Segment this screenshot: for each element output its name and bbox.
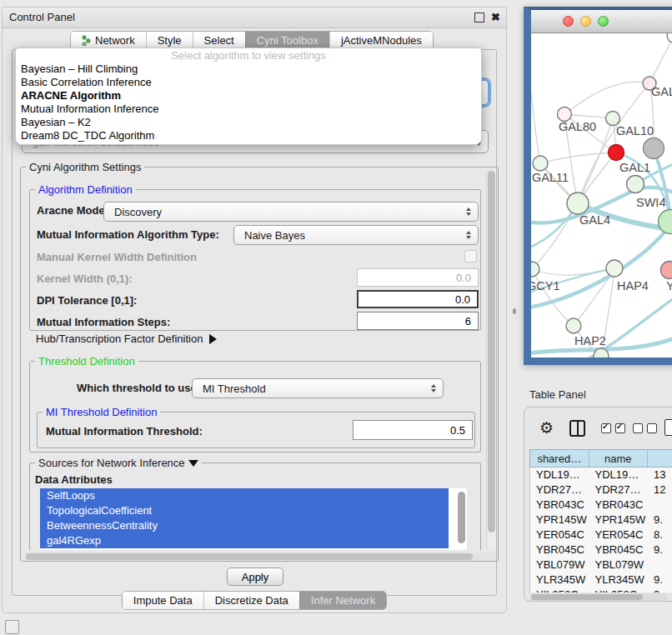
network-node-gcy1[interactable]	[531, 262, 539, 277]
node-label: SWI4	[636, 196, 665, 209]
dropdown-item[interactable]: ARACNE Algorithm	[16, 89, 481, 102]
split-columns-icon[interactable]	[569, 420, 585, 437]
table-cell: YBR045C	[589, 542, 649, 558]
attribute-list-item[interactable]: BetweennessCentrality	[40, 518, 449, 533]
table-row[interactable]: YER054CYER054C8.	[530, 528, 672, 542]
node-label: GAL2	[651, 85, 672, 98]
table-panel: ⚙ shared…name YDL19…YDL19…13YDR27…YDR27……	[524, 407, 672, 602]
table-cell: 9.	[648, 512, 672, 528]
aracne-mode-label: Aracne Mode:	[37, 204, 108, 217]
table-row[interactable]: YPR145WYPR145W9.	[530, 512, 672, 528]
mi-algorithm-type-label: Mutual Information Algorithm Type:	[37, 228, 219, 241]
file-icon[interactable]	[664, 419, 672, 436]
network-node-y[interactable]	[661, 262, 672, 279]
network-window-titlebar	[531, 10, 672, 33]
mi-steps-value: 6	[465, 315, 471, 328]
dropdown-item[interactable]: Mutual Information Inference	[16, 102, 481, 116]
table-row[interactable]: YDR27…YDR27…12	[530, 482, 672, 498]
dropdown-item[interactable]: Bayesian – Hill Climbing	[16, 62, 481, 76]
mi-algorithm-type-value: Naive Bayes	[244, 229, 305, 242]
table-row[interactable]: YBR043CYBR043C	[530, 498, 672, 512]
attribute-list-item[interactable]: SelfLoops	[40, 488, 449, 503]
apply-button[interactable]: Apply	[227, 568, 283, 586]
network-node-hap2[interactable]	[566, 318, 581, 333]
tab-select[interactable]: Select	[193, 32, 245, 49]
expanded-arrow-icon[interactable]	[188, 460, 198, 467]
zoom-window-icon[interactable]	[598, 16, 609, 27]
table-row[interactable]: YIL052CYIL052C9	[530, 588, 672, 592]
table-cell: YLR345W	[530, 572, 589, 588]
table-row[interactable]: YDL19…YDL19…13	[530, 468, 672, 482]
bottom-tab-impute-data[interactable]: Impute Data	[123, 592, 203, 609]
algorithm-dropdown-popup: Select algorithm to view settings Bayesi…	[15, 48, 482, 145]
collapsed-panel-icon[interactable]	[5, 620, 19, 634]
threshold-definition-title: Threshold Definition	[35, 355, 138, 368]
attribute-list-item[interactable]: gal4RGexp	[40, 533, 449, 548]
node-attribute-table[interactable]: shared…name YDL19…YDL19…13YDR27…YDR27…12…	[529, 449, 672, 592]
aracne-mode-combobox[interactable]: Discovery	[103, 202, 479, 222]
hub-transcription-section-toggle[interactable]: Hub/Transcription Factor Definition	[36, 332, 217, 345]
network-node-gal1[interactable]	[609, 145, 624, 161]
bottom-tab-discretize-data[interactable]: Discretize Data	[203, 592, 299, 609]
mi-steps-input[interactable]: 6	[357, 312, 479, 330]
attribute-list-item[interactable]: TopologicalCoefficient	[40, 503, 449, 518]
column-header[interactable]: name	[589, 450, 649, 467]
float-panel-icon[interactable]	[474, 12, 484, 22]
settings-vscroll-thumb[interactable]	[488, 171, 495, 532]
network-node-gal80[interactable]	[558, 108, 572, 122]
deselect-all-icon[interactable]	[633, 423, 657, 433]
network-canvas[interactable]: GAL2GAL80GAL10GAL1GAL11SWI4GAL4GCY1HAP4Y…	[531, 33, 672, 358]
table-row[interactable]: YBR045CYBR045C9.	[530, 542, 672, 558]
dropdown-item[interactable]: Basic Correlation Inference	[16, 76, 481, 89]
table-row[interactable]: YLR345WYLR345W9.	[530, 572, 672, 588]
column-header[interactable]: shared…	[530, 450, 589, 467]
settings-vertical-scrollbar[interactable]	[486, 169, 496, 549]
network-node[interactable]	[644, 138, 664, 159]
tab-cyni-toolbox[interactable]: Cyni Toolbox	[245, 32, 329, 49]
manual-kernel-width-checkbox[interactable]	[464, 250, 477, 262]
network-node-gal11[interactable]	[533, 156, 548, 171]
sources-group: Sources for Network Inference Data Attri…	[29, 462, 481, 551]
minimize-window-icon[interactable]	[580, 16, 591, 27]
network-view-window[interactable]: GAL2GAL80GAL10GAL1GAL11SWI4GAL4GCY1HAP4Y…	[524, 7, 672, 365]
dropdown-item[interactable]: Dream8 DC_TDC Algorithm	[16, 129, 481, 142]
table-horizontal-scrollbar[interactable]	[529, 593, 668, 601]
list-vertical-scrollbar[interactable]	[458, 492, 465, 543]
kernel-width-input[interactable]: 0.0	[357, 268, 479, 287]
tab-network[interactable]: Network	[71, 32, 146, 49]
settings-hscroll-thumb[interactable]	[26, 553, 473, 560]
gear-icon[interactable]: ⚙	[539, 418, 554, 438]
table-cell: YPR145W	[530, 512, 589, 528]
collapsed-arrow-icon[interactable]	[209, 334, 217, 344]
table-cell: YDL19…	[530, 468, 589, 482]
hub-transcription-label: Hub/Transcription Factor Definition	[36, 332, 203, 345]
table-cell: YLR345W	[589, 572, 649, 588]
network-node[interactable]	[594, 348, 609, 358]
settings-horizontal-scrollbar[interactable]	[24, 552, 496, 561]
close-panel-icon[interactable]: ✖	[491, 10, 500, 24]
network-node-swi4[interactable]	[627, 176, 644, 193]
panel-splitter-handle[interactable]	[513, 308, 516, 314]
mi-threshold-input[interactable]: 0.5	[353, 420, 473, 440]
dropdown-item[interactable]: Bayesian – K2	[16, 116, 481, 129]
table-cell: YPR145W	[589, 512, 649, 528]
data-attributes-list[interactable]: SelfLoopsTopologicalCoefficientBetweenne…	[40, 488, 467, 550]
table-row[interactable]: YBL079WYBL079W	[530, 558, 672, 572]
network-node-gal4[interactable]	[567, 192, 589, 214]
which-threshold-combobox[interactable]: MI Threshold	[192, 378, 444, 398]
tab-jactivemnodules[interactable]: jActiveMNodules	[329, 32, 433, 49]
bottom-tab-infer-network[interactable]: Infer Network	[299, 592, 386, 609]
close-window-icon[interactable]	[563, 16, 574, 27]
column-header[interactable]	[648, 450, 672, 467]
tab-style[interactable]: Style	[146, 32, 193, 49]
network-node[interactable]	[667, 33, 672, 42]
dpi-tolerance-input[interactable]: 0.0	[357, 290, 479, 308]
mi-algorithm-type-combobox[interactable]: Naive Bayes	[233, 225, 479, 245]
network-node-hap4[interactable]	[606, 260, 623, 277]
application-root: Control Panel ✖ NetworkStyleSelectCyni T…	[0, 0, 672, 635]
network-node-gal10[interactable]	[606, 112, 620, 126]
table-cell: YBL079W	[589, 558, 649, 572]
network-node-labels: GAL2GAL80GAL10GAL1GAL11SWI4GAL4GCY1HAP4Y…	[531, 85, 672, 348]
kernel-width-label: Kernel Width (0,1):	[37, 272, 133, 285]
select-all-checks-icon[interactable]	[601, 423, 625, 433]
